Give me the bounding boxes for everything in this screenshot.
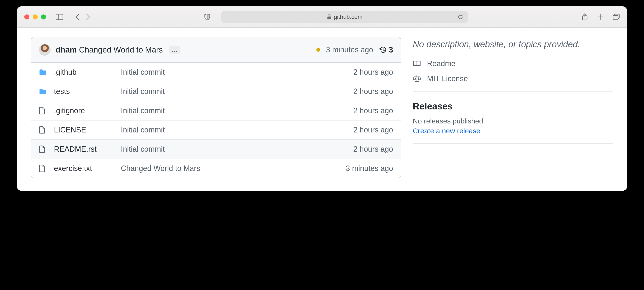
file-commit-message[interactable]: Initial commit [121, 106, 353, 115]
svg-rect-2 [328, 17, 331, 19]
divider [413, 91, 613, 92]
latest-commit-bar: dham Changed World to Mars … 3 minutes a… [31, 37, 400, 63]
share-button[interactable] [582, 13, 588, 21]
file-commit-time[interactable]: 3 minutes ago [346, 164, 393, 173]
file-icon [39, 126, 48, 134]
reload-button[interactable] [458, 14, 463, 20]
file-commit-time[interactable]: 2 hours ago [353, 106, 393, 115]
lock-icon [327, 14, 332, 20]
tabs-overview-button[interactable] [613, 13, 620, 21]
privacy-shield-icon[interactable] [204, 14, 210, 21]
commits-history-link[interactable]: 3 [379, 45, 393, 54]
license-link[interactable]: MIT License [413, 74, 613, 83]
file-icon [39, 145, 48, 153]
folder-icon [39, 88, 48, 95]
browser-window: github.com dham Changed World [17, 6, 627, 191]
about-text: No description, website, or topics provi… [413, 38, 613, 51]
file-listing: dham Changed World to Mars … 3 minutes a… [31, 37, 401, 178]
file-icon [39, 107, 48, 115]
address-bar[interactable]: github.com [221, 11, 468, 23]
svg-rect-0 [56, 14, 63, 20]
svg-rect-8 [613, 16, 618, 20]
commit-time[interactable]: 3 minutes ago [326, 45, 373, 54]
file-name[interactable]: exercise.txt [54, 164, 121, 173]
file-name[interactable]: .gitignore [54, 106, 121, 115]
file-commit-time[interactable]: 2 hours ago [353, 87, 393, 96]
divider [413, 143, 613, 144]
new-tab-button[interactable] [597, 13, 604, 21]
ci-status-icon[interactable] [316, 48, 320, 52]
commit-details-button[interactable]: … [169, 46, 180, 54]
releases-heading: Releases [413, 101, 613, 112]
commit-author[interactable]: dham [56, 45, 77, 54]
file-name[interactable]: tests [54, 87, 121, 96]
file-commit-message[interactable]: Initial commit [121, 68, 353, 77]
nav-arrows [75, 14, 90, 20]
forward-button[interactable] [86, 14, 90, 20]
file-row[interactable]: exercise.txtChanged World to Mars3 minut… [31, 159, 400, 178]
releases-empty-text: No releases published [413, 117, 613, 125]
commit-message-text: Changed World to Mars [79, 45, 163, 54]
toolbar-right [582, 13, 620, 21]
file-name[interactable]: .github [54, 68, 121, 77]
file-name[interactable]: LICENSE [54, 126, 121, 134]
window-controls [24, 15, 46, 20]
book-icon [413, 60, 421, 67]
file-commit-message[interactable]: Changed World to Mars [121, 164, 346, 173]
license-label: MIT License [427, 74, 468, 83]
file-name[interactable]: README.rst [54, 145, 121, 154]
folder-icon [39, 69, 48, 76]
svg-point-11 [416, 75, 417, 76]
file-commit-message[interactable]: Initial commit [121, 145, 353, 154]
url-host: github.com [334, 14, 362, 20]
commit-count: 3 [389, 45, 393, 54]
file-row[interactable]: LICENSEInitial commit2 hours ago [31, 121, 400, 140]
history-icon [379, 46, 387, 54]
file-row[interactable]: testsInitial commit2 hours ago [31, 82, 400, 101]
file-icon [39, 164, 48, 172]
repo-sidebar: No description, website, or topics provi… [413, 37, 613, 178]
file-commit-time[interactable]: 2 hours ago [353, 126, 393, 134]
readme-label: Readme [427, 59, 456, 68]
file-commit-message[interactable]: Initial commit [121, 87, 353, 96]
latest-commit-message[interactable]: dham Changed World to Mars [56, 45, 163, 54]
avatar[interactable] [39, 44, 50, 56]
back-button[interactable] [75, 14, 80, 20]
file-commit-time[interactable]: 2 hours ago [353, 68, 393, 77]
file-row[interactable]: .gitignoreInitial commit2 hours ago [31, 101, 400, 121]
readme-link[interactable]: Readme [413, 59, 613, 68]
maximize-window-button[interactable] [41, 15, 46, 20]
browser-toolbar: github.com [17, 6, 627, 28]
page-content: dham Changed World to Mars … 3 minutes a… [17, 28, 627, 191]
file-commit-time[interactable]: 2 hours ago [353, 145, 393, 154]
file-row[interactable]: .githubInitial commit2 hours ago [31, 63, 400, 82]
sidebar-toggle-button[interactable] [56, 14, 63, 20]
create-release-link[interactable]: Create a new release [413, 127, 613, 135]
close-window-button[interactable] [24, 15, 29, 20]
file-commit-message[interactable]: Initial commit [121, 126, 353, 134]
file-row[interactable]: README.rstInitial commit2 hours ago [31, 140, 400, 159]
minimize-window-button[interactable] [32, 15, 38, 20]
law-icon [413, 75, 421, 82]
